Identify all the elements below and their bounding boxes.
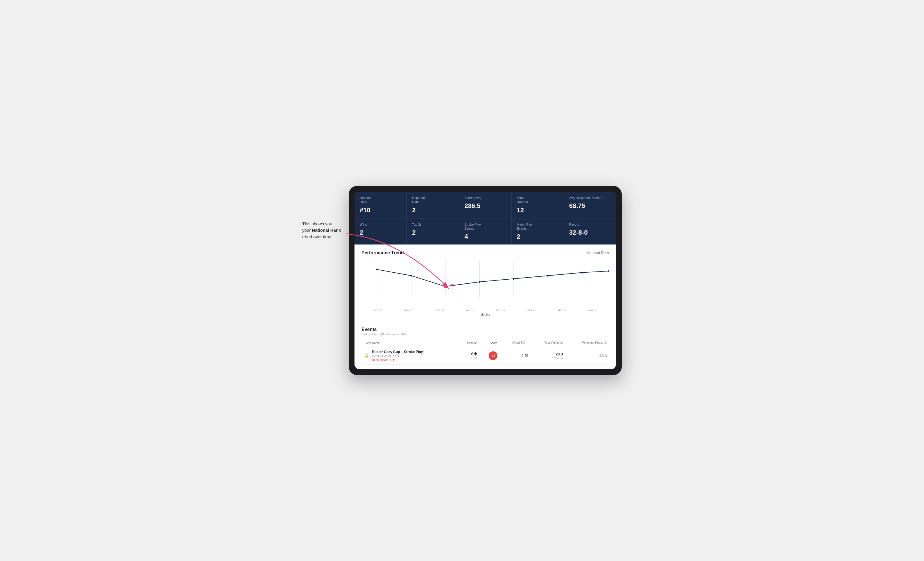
x-label-apr24: APR 24 bbox=[546, 309, 578, 312]
event-sg-value: 0.45 bbox=[522, 354, 528, 358]
svg-point-11 bbox=[444, 285, 447, 288]
event-weighted-points: 28.3 bbox=[600, 354, 607, 358]
x-label-may24: MAY 24 bbox=[578, 309, 608, 312]
event-date: Oct 9 – Oct 10, 2023 bbox=[372, 355, 423, 358]
performance-trend-title: Performance Trend bbox=[362, 250, 404, 256]
x-label-feb24: FEB 24 bbox=[485, 309, 516, 312]
event-score-badge: -22 bbox=[489, 352, 498, 360]
th-score: Score bbox=[480, 340, 500, 347]
stat-wins: Wins 2 bbox=[354, 218, 406, 245]
event-total-points: 28.3 bbox=[533, 352, 563, 356]
x-label-mar24: MAR 24 bbox=[516, 309, 547, 312]
svg-point-14 bbox=[547, 275, 549, 277]
chart-svg: • #10 bbox=[362, 260, 609, 307]
chart-x-axis-title: Months bbox=[362, 313, 609, 316]
event-name-cell: ⛳ Buster Cozy Cup – Stroke Play Oct 9 – … bbox=[362, 347, 457, 365]
th-total-points: Total Points ⓘ bbox=[531, 340, 565, 347]
events-section: Events Last updated: 24th November 2023 … bbox=[354, 322, 616, 370]
th-position: Position bbox=[457, 340, 479, 347]
th-event-sg: Event SG ⓘ bbox=[500, 340, 531, 347]
events-table-body: ⛳ Buster Cozy Cup – Stroke Play Oct 9 – … bbox=[362, 347, 609, 365]
performance-trend-header: Performance Trend National Rank bbox=[362, 250, 609, 256]
stat-scoring-avg: Scoring Avg. 286.5 bbox=[459, 191, 511, 218]
x-label-dec23: DEC 23 bbox=[424, 309, 455, 312]
event-details: Buster Cozy Cup – Stroke Play Oct 9 – Oc… bbox=[372, 350, 423, 362]
event-score-cell: -22 bbox=[480, 347, 500, 365]
svg-text:⛳: ⛳ bbox=[365, 354, 369, 358]
th-weighted-points: Weighted Points ⓘ bbox=[565, 340, 609, 347]
performance-trend-right-label: National Rank bbox=[587, 251, 609, 255]
stat-regional-rank: RegionalRank 2 bbox=[407, 191, 459, 218]
th-event-name: Event Name bbox=[362, 340, 457, 347]
events-subtitle: Last updated: 24th November 2023 bbox=[362, 333, 609, 336]
events-table-header-row: Event Name Position Score Event SG ⓘ Tot… bbox=[362, 340, 609, 347]
events-table: Event Name Position Score Event SG ⓘ Tot… bbox=[362, 340, 609, 365]
stat-national-rank: NationalRank #10 bbox=[354, 191, 406, 218]
svg-text:• #10: • #10 bbox=[449, 283, 456, 287]
stat-avg-weighted-points: Avg. Weighted Points ⓘ 68.75 bbox=[564, 191, 616, 218]
event-rounds: 3 Rounds bbox=[552, 357, 563, 360]
svg-point-10 bbox=[410, 275, 412, 277]
stat-total-rounds: TotalRounds 12 bbox=[512, 191, 564, 218]
events-title: Events bbox=[362, 327, 609, 332]
stat-top3s: Top 3s 2 bbox=[407, 218, 459, 245]
event-rank-impact: Rank Impact: 3 ▼ bbox=[372, 358, 423, 362]
svg-point-9 bbox=[376, 269, 378, 270]
event-total-points-cell: 28.3 3 Rounds bbox=[531, 347, 565, 365]
svg-point-12 bbox=[478, 281, 480, 283]
annotation-line2-prefix: your bbox=[302, 227, 312, 233]
tablet-screen: NationalRank #10 RegionalRank 2 Scoring … bbox=[354, 191, 616, 370]
outer-wrapper: This shows you your National Rank trend … bbox=[302, 186, 622, 375]
performance-trend-section: Performance Trend National Rank bbox=[354, 244, 616, 322]
stat-match-play-events: Match PlayEvents 2 bbox=[512, 218, 564, 245]
annotation-line1: This shows you bbox=[302, 221, 332, 226]
annotation-line2-bold: National Rank bbox=[312, 227, 341, 233]
event-weighted-points-cell: 28.3 bbox=[565, 347, 609, 365]
x-label-nov23: NOV 23 bbox=[393, 309, 424, 312]
table-row: ⛳ Buster Cozy Cup – Stroke Play Oct 9 – … bbox=[362, 347, 609, 365]
svg-point-15 bbox=[581, 272, 583, 274]
stat-record: Record 32-8-0 bbox=[564, 218, 616, 245]
event-position-sub: out of 7 bbox=[469, 357, 477, 360]
stats-row-1: NationalRank #10 RegionalRank 2 Scoring … bbox=[354, 191, 616, 218]
event-name: Buster Cozy Cup – Stroke Play bbox=[372, 350, 423, 354]
event-type-icon: ⛳ bbox=[364, 353, 370, 359]
x-label-jan24: JAN 24 bbox=[455, 309, 486, 312]
event-sg-cell: 0.45 bbox=[500, 347, 531, 365]
event-position: 6th bbox=[459, 352, 477, 356]
tablet-frame: NationalRank #10 RegionalRank 2 Scoring … bbox=[349, 186, 622, 375]
x-label-oct23: OCT 23 bbox=[363, 309, 393, 312]
svg-point-16 bbox=[608, 270, 609, 272]
performance-trend-chart: • #10 bbox=[362, 260, 609, 307]
annotation-text: This shows you your National Rank trend … bbox=[302, 221, 341, 241]
events-table-head: Event Name Position Score Event SG ⓘ Tot… bbox=[362, 340, 609, 347]
stats-row-2: Wins 2 Top 3s 2 Stroke PlayEvents 4 Matc… bbox=[354, 218, 616, 245]
svg-point-13 bbox=[513, 278, 514, 280]
annotation-line3: trend over time bbox=[302, 234, 331, 239]
event-position-cell: 6th out of 7 bbox=[457, 347, 479, 365]
chart-x-labels: OCT 23 NOV 23 DEC 23 JAN 24 FEB 24 MAR 2… bbox=[362, 309, 609, 312]
stat-stroke-play-events: Stroke PlayEvents 4 bbox=[459, 218, 511, 245]
